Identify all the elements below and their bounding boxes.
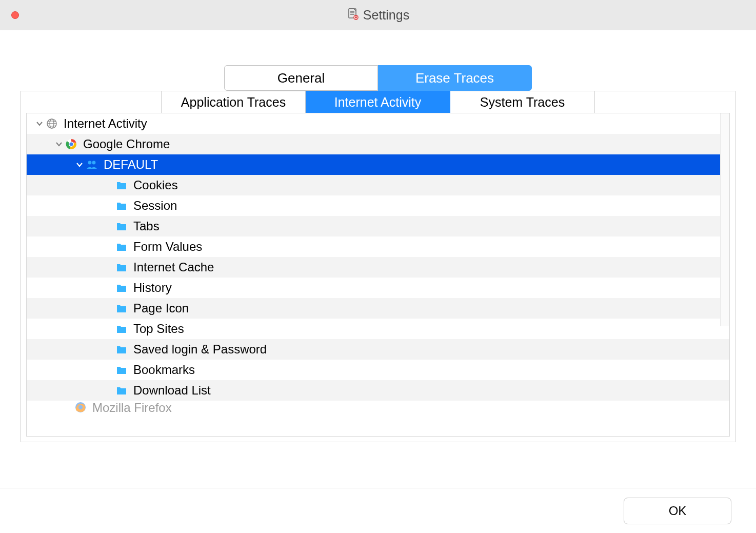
tree-row-tabs[interactable]: Tabs xyxy=(27,216,729,236)
traces-tree: Internet Activity xyxy=(26,113,730,437)
tree-row-label: Mozilla Firefox xyxy=(92,401,172,415)
tree-row-history[interactable]: History xyxy=(27,278,729,298)
chevron-down-icon xyxy=(74,161,85,168)
window-title-text: Settings xyxy=(363,8,409,23)
profile-users-icon xyxy=(85,158,98,171)
subtab-internet-activity-label: Internet Activity xyxy=(334,95,422,110)
tree-scrollbar[interactable] xyxy=(720,113,729,326)
subtab-system-traces-label: System Traces xyxy=(480,95,565,110)
tree-row-label: Internet Cache xyxy=(133,260,214,274)
globe-icon xyxy=(45,117,58,130)
tab-erase-traces-label: Erase Traces xyxy=(415,70,494,86)
tree-row-mozilla-firefox[interactable]: Mozilla Firefox xyxy=(27,401,729,417)
primary-tabs: General Erase Traces xyxy=(0,65,756,91)
tree-row-form-values[interactable]: Form Values xyxy=(27,236,729,257)
folder-icon xyxy=(115,199,128,212)
tree-row-cookies[interactable]: Cookies xyxy=(27,175,729,195)
tree-row-label: History xyxy=(133,281,172,295)
ok-button-label: OK xyxy=(669,504,687,518)
tab-general[interactable]: General xyxy=(224,65,378,91)
tree-row-label: Google Chrome xyxy=(83,137,170,151)
ok-button[interactable]: OK xyxy=(624,498,731,524)
subtab-application-traces[interactable]: Application Traces xyxy=(161,91,306,113)
tree-row-label: Top Sites xyxy=(133,322,184,336)
tree-row-label: Saved login & Password xyxy=(133,342,267,357)
secondary-tabs: Application Traces Internet Activity Sys… xyxy=(161,91,595,113)
window-title: Settings xyxy=(347,8,409,23)
tree-row-label: Cookies xyxy=(133,178,178,192)
chevron-down-icon xyxy=(34,120,45,127)
chrome-icon xyxy=(65,137,78,151)
folder-icon xyxy=(115,322,128,335)
folder-icon xyxy=(115,179,128,192)
tree-row-session[interactable]: Session xyxy=(27,195,729,216)
tree-row-label: Page Icon xyxy=(133,301,189,315)
tree-row-download-list[interactable]: Download List xyxy=(27,380,729,401)
tab-general-label: General xyxy=(277,70,325,86)
tree-row-internet-cache[interactable]: Internet Cache xyxy=(27,257,729,278)
svg-point-12 xyxy=(92,161,96,165)
folder-icon xyxy=(115,261,128,274)
folder-icon xyxy=(115,281,128,294)
folder-icon xyxy=(115,363,128,377)
folder-icon xyxy=(115,384,128,397)
folder-icon xyxy=(115,240,128,253)
svg-point-10 xyxy=(69,142,73,146)
svg-point-11 xyxy=(88,161,92,165)
tree-row-label: Bookmarks xyxy=(133,363,195,377)
tree-row-google-chrome[interactable]: Google Chrome xyxy=(27,134,729,154)
svg-point-14 xyxy=(78,405,83,409)
subtab-internet-activity[interactable]: Internet Activity xyxy=(306,91,450,113)
tree-row-label: Form Values xyxy=(133,240,202,254)
firefox-icon xyxy=(74,401,87,414)
settings-doc-icon xyxy=(347,8,359,23)
titlebar: Settings xyxy=(0,0,756,30)
subtab-system-traces[interactable]: System Traces xyxy=(450,91,595,113)
tree-row-label: Download List xyxy=(133,383,211,398)
window-close-button[interactable] xyxy=(11,11,19,19)
folder-icon xyxy=(115,302,128,315)
tree-row-internet-activity[interactable]: Internet Activity xyxy=(27,113,729,134)
folder-icon xyxy=(115,343,128,356)
folder-icon xyxy=(115,220,128,233)
tree-row-top-sites[interactable]: Top Sites xyxy=(27,319,729,339)
subtab-application-traces-label: Application Traces xyxy=(181,95,286,110)
tree-row-saved-login-password[interactable]: Saved login & Password xyxy=(27,339,729,360)
tree-row-label: Session xyxy=(133,199,177,213)
tree-row-label: Internet Activity xyxy=(64,116,147,131)
tree-row-default-profile[interactable]: DEFAULT xyxy=(27,154,729,175)
tree-row-label: DEFAULT xyxy=(104,157,158,172)
tab-erase-traces[interactable]: Erase Traces xyxy=(378,65,532,91)
dialog-footer: OK xyxy=(0,488,756,533)
erase-traces-panel: Application Traces Internet Activity Sys… xyxy=(21,91,735,442)
chevron-down-icon xyxy=(53,141,65,148)
tree-row-bookmarks[interactable]: Bookmarks xyxy=(27,360,729,380)
tree-row-page-icon[interactable]: Page Icon xyxy=(27,298,729,319)
tree-row-label: Tabs xyxy=(133,219,160,233)
